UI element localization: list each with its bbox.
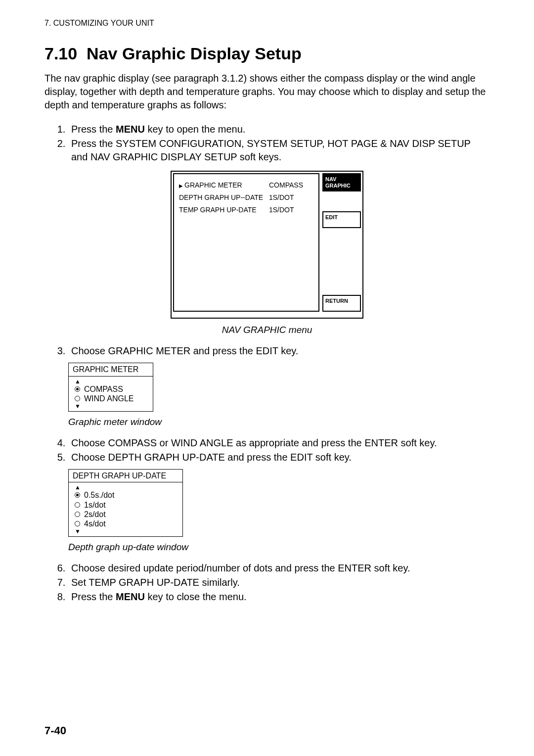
softkey-return[interactable]: RETURN (322, 295, 361, 312)
step-7: Set TEMP GRAPH UP-DATE similarly. (68, 576, 490, 589)
option-row[interactable]: 4s/dot (75, 519, 178, 528)
option-label: 4s/dot (84, 519, 106, 528)
menu-row-value: COMPASS (269, 179, 313, 191)
option-label: WIND ANGLE (84, 394, 134, 403)
steps-list-4: Choose COMPASS or WIND ANGLE as appropri… (44, 436, 490, 464)
steps-list-6: Choose desired update period/number of d… (44, 562, 490, 604)
softkey-edit[interactable]: EDIT (322, 211, 361, 228)
step-1: Press the MENU key to open the menu. (68, 123, 490, 136)
step-8-text-a: Press the (71, 591, 116, 602)
menu-row-selected: GRAPHIC METER (179, 181, 242, 189)
step-1-text-a: Press the (71, 124, 116, 135)
radio-icon (75, 502, 80, 508)
option-row[interactable]: 1s/dot (75, 500, 178, 510)
softkey-nav-graphic[interactable]: NAV GRAPHIC (322, 173, 361, 191)
option-label: 1s/dot (84, 500, 106, 510)
option-row[interactable]: 2s/dot (75, 510, 178, 519)
nav-graphic-table: GRAPHIC METER COMPASS DEPTH GRAPH UP--DA… (179, 179, 313, 216)
section-title-text: Nav Graphic Display Setup (87, 44, 302, 63)
option-label: COMPASS (84, 384, 123, 394)
step-1-key: MENU (116, 124, 145, 135)
step-5: Choose DEPTH GRAPH UP-DATE and press the… (68, 451, 490, 464)
section-number: 7.10 (44, 44, 77, 63)
step-8-text-c: key to close the menu. (145, 591, 247, 602)
radio-selected-icon (75, 492, 80, 498)
chapter-header: 7. CUSTOMIZING YOUR UNIT (44, 18, 490, 29)
arrow-up-icon: ▲ (75, 378, 148, 384)
steps-list-1: Press the MENU key to open the menu. Pre… (44, 123, 490, 164)
arrow-down-icon: ▼ (75, 528, 178, 534)
depth-graph-window: DEPTH GRAPH UP-DATE ▲ 0.5s./dot 1s/dot 2… (68, 469, 183, 537)
option-label: 0.5s./dot (84, 490, 114, 500)
softkey-label-line1: NAV (325, 176, 336, 182)
step-8: Press the MENU key to close the menu. (68, 590, 490, 604)
nav-graphic-left-pane: GRAPHIC METER COMPASS DEPTH GRAPH UP--DA… (173, 173, 319, 312)
menu-row: DEPTH GRAPH UP--DATE (179, 191, 269, 204)
radio-selected-icon (75, 386, 80, 392)
page-number: 7-40 (44, 723, 66, 738)
softkey-label-line2: GRAPHIC (325, 183, 351, 189)
option-row[interactable]: 0.5s./dot (75, 490, 178, 500)
steps-list-3: Choose GRAPHIC METER and press the EDIT … (44, 344, 490, 358)
step-4: Choose COMPASS or WIND ANGLE as appropri… (68, 436, 490, 450)
nav-graphic-figure: GRAPHIC METER COMPASS DEPTH GRAPH UP--DA… (171, 171, 363, 319)
graphic-meter-title: GRAPHIC METER (69, 363, 153, 377)
depth-graph-title: DEPTH GRAPH UP-DATE (69, 470, 182, 483)
intro-paragraph: The nav graphic display (see paragraph 3… (44, 72, 490, 112)
graphic-meter-caption: Graphic meter window (68, 416, 490, 428)
step-2: Press the SYSTEM CONFIGURATION, SYSTEM S… (68, 137, 490, 164)
nav-graphic-outer: GRAPHIC METER COMPASS DEPTH GRAPH UP--DA… (171, 171, 363, 319)
radio-icon (75, 396, 80, 401)
step-6: Choose desired update period/number of d… (68, 562, 490, 575)
option-label: 2s/dot (84, 510, 106, 519)
graphic-meter-window: GRAPHIC METER ▲ COMPASS WIND ANGLE ▼ (68, 363, 153, 412)
nav-graphic-softkeys: NAV GRAPHIC EDIT RETURN (322, 173, 361, 312)
page: 7. CUSTOMIZING YOUR UNIT 7.10 Nav Graphi… (0, 0, 534, 756)
radio-icon (75, 521, 80, 526)
menu-row-value: 1S/DOT (269, 204, 313, 216)
arrow-up-icon: ▲ (75, 484, 178, 490)
nav-graphic-caption: NAV GRAPHIC menu (44, 324, 490, 336)
section-heading: 7.10 Nav Graphic Display Setup (44, 43, 490, 65)
menu-row: TEMP GRAPH UP-DATE (179, 204, 269, 216)
depth-graph-caption: Depth graph up-date window (68, 541, 490, 554)
option-row[interactable]: COMPASS (75, 384, 148, 394)
option-row[interactable]: WIND ANGLE (75, 394, 148, 403)
step-1-text-c: key to open the menu. (145, 124, 245, 135)
menu-row-value: 1S/DOT (269, 191, 313, 204)
step-3: Choose GRAPHIC METER and press the EDIT … (68, 344, 490, 358)
arrow-down-icon: ▼ (75, 403, 148, 409)
step-8-key: MENU (116, 591, 145, 602)
radio-icon (75, 512, 80, 517)
